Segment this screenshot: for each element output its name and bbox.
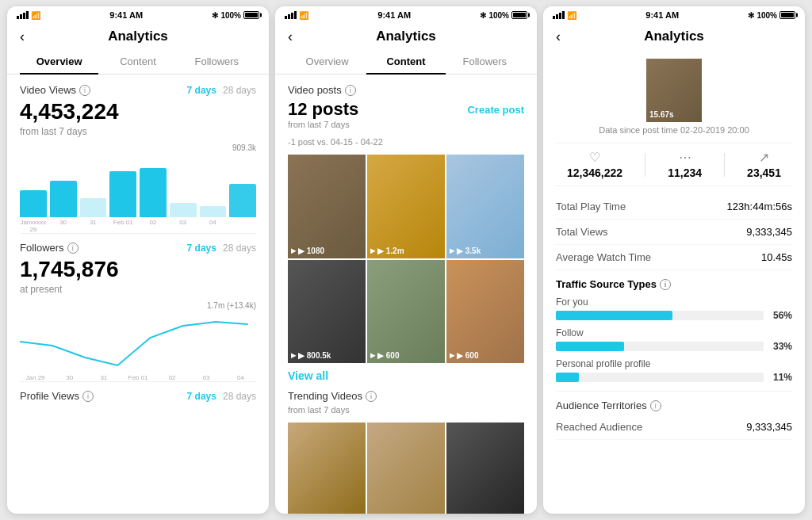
video-count-5: ▶▶ 600 (370, 351, 399, 360)
fl-label-7: 04 (225, 374, 256, 381)
post-duration: 15.67s (649, 110, 674, 119)
signal-icon (17, 11, 29, 19)
followers-row: Followers i 7 days 28 days (20, 242, 256, 254)
avg-watch-row: Average Watch Time 10.45s (556, 245, 792, 270)
video-thumb-3[interactable]: ▶▶ 3.5k (446, 155, 524, 258)
period-28days-profile[interactable]: 28 days (223, 391, 256, 402)
status-bar-1: 📶 9:41 AM ✻ 100% (7, 6, 269, 24)
share-icon: ↗ (747, 150, 781, 165)
signal-icon-2 (285, 11, 297, 19)
followers-label: Followers i (20, 242, 79, 254)
fl-label-6: 03 (191, 374, 222, 381)
chart-label-7: 04 (200, 219, 227, 233)
traffic-info[interactable]: i (660, 279, 671, 290)
content-panel: Video posts i 12 posts Create post from … (275, 75, 537, 514)
view-all-button[interactable]: View all (288, 369, 524, 382)
period-7days-followers[interactable]: 7 days (187, 243, 216, 254)
video-posts-header: Video posts i (288, 84, 524, 96)
battery-pct-3: 100% (756, 11, 777, 20)
avg-watch-label: Average Watch Time (556, 251, 651, 263)
followers-number: 1,745,876 (20, 257, 256, 282)
tab-overview-2[interactable]: Overview (288, 49, 366, 74)
video-posts-info[interactable]: i (345, 85, 356, 96)
trending-thumb-1[interactable] (288, 422, 366, 514)
likes-count: 12,346,222 (567, 166, 622, 179)
status-left-3: 📶 (553, 11, 576, 20)
video-views-info[interactable]: i (79, 85, 90, 96)
wifi-icon-2: 📶 (299, 11, 308, 20)
traffic-pct-foryou: 56% (768, 310, 792, 321)
phone-overview: 📶 9:41 AM ✻ 100% ‹ Analytics Overview Co… (7, 6, 269, 514)
status-right-3: ✻ 100% (748, 11, 795, 20)
stats-row: ♡ 12,346,222 ⋯ 11,234 ↗ 23,451 (556, 143, 792, 186)
video-views-row: Video Views i 7 days 28 days (20, 84, 256, 96)
profile-views-info[interactable]: i (82, 391, 94, 402)
video-views-chart: Janxxxxx 29 30 31 Feb 01 02 03 04 (20, 154, 256, 225)
period-28days-followers[interactable]: 28 days (223, 243, 256, 254)
period-buttons-followers: 7 days 28 days (187, 243, 256, 254)
chart-label-1: Janxxxxx 29 (20, 219, 47, 233)
video-thumb-4[interactable]: ▶▶ 800.5k (288, 260, 366, 364)
status-time-3: 9:41 AM (645, 10, 679, 20)
trending-info[interactable]: i (366, 391, 377, 402)
battery-icon-3 (779, 11, 795, 19)
overview-content: Video Views i 7 days 28 days 4,453,224 f… (7, 75, 269, 514)
video-views-number: 4,453,224 (20, 99, 256, 124)
back-button-1[interactable]: ‹ (20, 29, 25, 45)
fl-label-1: Jan 29 (20, 374, 51, 381)
bar-2 (50, 181, 77, 217)
video-count-6: ▶▶ 600 (450, 351, 478, 360)
back-button-2[interactable]: ‹ (288, 29, 293, 45)
period-7days-views[interactable]: 7 days (187, 85, 216, 96)
traffic-label-follow: Follow (556, 327, 792, 338)
phone-detail: 📶 9:41 AM ✻ 100% ‹ Analytics 15.67s Data… (543, 6, 805, 514)
stat-likes: ♡ 12,346,222 (567, 150, 622, 179)
video-count-4: ▶▶ 800.5k (291, 351, 331, 360)
trending-thumb-3[interactable] (446, 422, 524, 514)
reached-audience-value: 9,333,345 (746, 421, 792, 433)
period-7days-profile[interactable]: 7 days (187, 391, 216, 402)
profile-views-label: Profile Views i (20, 390, 94, 402)
reached-audience-label: Reached Audience (556, 421, 642, 433)
tab-overview-1[interactable]: Overview (20, 49, 98, 74)
comments-count: 11,234 (668, 166, 702, 179)
divider-2 (20, 381, 256, 382)
video-thumb-6[interactable]: ▶▶ 600 (446, 260, 524, 364)
total-play-time-row: Total Play Time 123h:44m:56s (556, 194, 792, 220)
tab-followers-2[interactable]: Followers (446, 49, 524, 74)
video-grid: ▶▶ 1080 ▶▶ 1.2m ▶▶ 3.5k ▶▶ 800.5k (288, 155, 524, 363)
period-28days-views[interactable]: 28 days (223, 85, 256, 96)
nav-header-2: ‹ Analytics (275, 24, 537, 49)
tab-content-1[interactable]: Content (98, 49, 177, 74)
status-time-2: 9:41 AM (377, 10, 411, 20)
fl-label-3: 31 (88, 374, 119, 381)
back-button-3[interactable]: ‹ (556, 29, 561, 45)
create-post-button[interactable]: Create post (467, 104, 524, 116)
status-left-1: 📶 (17, 11, 40, 20)
traffic-pct-personal: 11% (768, 372, 792, 383)
bluetooth-icon-1: ✻ (212, 11, 218, 20)
tab-content-2[interactable]: Content (366, 49, 445, 74)
chart-peak-views: 909.3k (20, 143, 256, 152)
profile-views-row: Profile Views i 7 days 28 days (20, 390, 256, 402)
video-thumb-1[interactable]: ▶▶ 1080 (288, 155, 366, 258)
post-thumbnail: 15.67s (646, 59, 702, 122)
audience-label: Audience Territories i (556, 400, 661, 411)
video-thumb-2[interactable]: ▶▶ 1.2m (367, 155, 445, 258)
video-thumb-5[interactable]: ▶▶ 600 (367, 260, 445, 364)
total-views-row: Total Views 9,333,345 (556, 220, 792, 245)
followers-info[interactable]: i (67, 243, 79, 254)
status-time-1: 9:41 AM (109, 10, 143, 20)
traffic-row-foryou: For you 56% (556, 296, 792, 321)
page-title-2: Analytics (376, 29, 436, 44)
total-views-label: Total Views (556, 226, 608, 238)
signal-icon-3 (553, 11, 565, 19)
post-date: Data since post time 02-20-2019 20:00 (556, 125, 792, 135)
tab-followers-1[interactable]: Followers (178, 49, 256, 74)
bluetooth-icon-3: ✻ (748, 11, 754, 20)
audience-info[interactable]: i (650, 400, 661, 411)
followers-peak: 1.7m (+13.4k) (20, 301, 256, 310)
tabs-content: Overview Content Followers (275, 49, 537, 75)
trending-thumb-2[interactable] (367, 422, 445, 514)
fl-label-2: 30 (54, 374, 85, 381)
